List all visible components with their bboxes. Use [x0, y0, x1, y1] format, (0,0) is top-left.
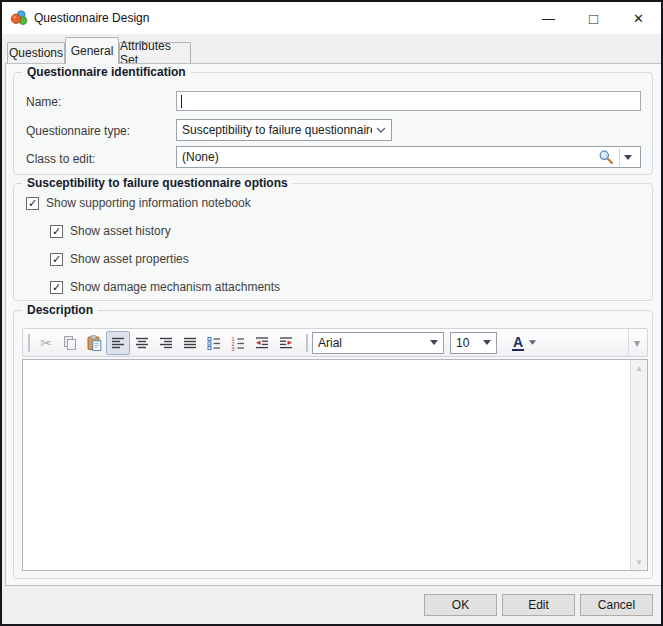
chevron-down-icon	[376, 127, 386, 133]
paste-button[interactable]	[82, 331, 106, 355]
paste-icon	[86, 335, 102, 351]
scissors-icon: ✂	[40, 335, 52, 351]
tab-attributes-set[interactable]: Attributes Set	[119, 42, 191, 63]
questionnaire-type-select[interactable]: Susceptibility to failure questionnaire	[176, 119, 392, 141]
scroll-up-icon[interactable]: ▲	[631, 360, 647, 376]
chevron-down-icon	[529, 340, 536, 345]
align-right-icon	[158, 335, 174, 351]
group-title: Susceptibility to failure questionnaire …	[22, 176, 293, 190]
tab-bar: Questions General Attributes Set	[2, 34, 661, 63]
close-button[interactable]: ✕	[616, 2, 661, 34]
checkbox-label: Show asset history	[70, 224, 171, 238]
class-to-edit-label: Class to edit:	[26, 152, 95, 166]
name-label: Name:	[26, 95, 61, 109]
align-center-icon	[134, 335, 150, 351]
align-center-button[interactable]	[130, 331, 154, 355]
chevron-down-icon	[430, 340, 438, 345]
svg-text:3: 3	[232, 345, 235, 351]
justify-icon	[182, 335, 198, 351]
questionnaire-type-label: Questionnaire type:	[26, 124, 130, 138]
title-bar: Questionnaire Design — □ ✕	[2, 2, 661, 34]
description-group: Description ✂	[13, 310, 653, 579]
decrease-indent-icon	[254, 335, 270, 351]
decrease-indent-button[interactable]	[250, 331, 274, 355]
chevron-down-icon	[483, 340, 491, 345]
font-color-icon: A	[512, 335, 524, 351]
group-title: Description	[22, 303, 98, 317]
window-controls: — □ ✕	[526, 2, 661, 34]
class-to-edit-picker[interactable]: (None)	[176, 146, 641, 168]
checkbox-show-damage-mechanism-attachments[interactable]: ✓ Show damage mechanism attachments	[50, 280, 280, 294]
name-input[interactable]	[176, 91, 641, 111]
susceptibility-options-group: Susceptibility to failure questionnaire …	[13, 183, 653, 301]
checkbox-show-supporting-info[interactable]: ✓ Show supporting information notebook	[26, 196, 251, 210]
font-family-value: Arial	[318, 336, 426, 350]
checkbox-label: Show damage mechanism attachments	[70, 280, 280, 294]
increase-indent-icon	[278, 335, 294, 351]
tab-questions[interactable]: Questions	[7, 42, 65, 63]
rich-text-toolbar: ✂	[22, 328, 648, 357]
checked-checkbox-icon[interactable]: ✓	[50, 253, 63, 266]
window-title: Questionnaire Design	[34, 11, 149, 25]
checked-checkbox-icon[interactable]: ✓	[50, 225, 63, 238]
class-dropdown-arrow[interactable]	[620, 155, 635, 160]
cancel-button[interactable]: Cancel	[580, 594, 653, 616]
copy-button[interactable]	[58, 331, 82, 355]
checkbox-show-asset-history[interactable]: ✓ Show asset history	[50, 224, 171, 238]
toolbar-overflow-button[interactable]: ▾	[628, 329, 645, 356]
numbered-list-icon: 1 2 3	[230, 335, 246, 351]
checkbox-label: Show asset properties	[70, 252, 189, 266]
justify-button[interactable]	[178, 331, 202, 355]
increase-indent-button[interactable]	[274, 331, 298, 355]
align-right-button[interactable]	[154, 331, 178, 355]
font-family-select[interactable]: Arial	[312, 332, 444, 354]
general-tab-page: Questionnaire identification Name: Quest…	[5, 63, 662, 586]
ok-button[interactable]: OK	[424, 594, 497, 616]
minimize-button[interactable]: —	[526, 2, 571, 34]
scroll-down-icon[interactable]: ▼	[631, 554, 647, 570]
font-size-select[interactable]: 10	[450, 332, 497, 354]
font-size-value: 10	[456, 336, 479, 350]
numbered-list-button[interactable]: 1 2 3	[226, 331, 250, 355]
class-to-edit-value: (None)	[182, 150, 598, 164]
text-caret	[181, 95, 182, 108]
toolbar-grip[interactable]	[306, 334, 308, 352]
checked-checkbox-icon[interactable]: ✓	[50, 281, 63, 294]
cut-button[interactable]: ✂	[34, 331, 58, 355]
footer-bar: OK Edit Cancel	[2, 586, 661, 624]
group-title: Questionnaire identification	[22, 65, 191, 79]
align-left-button[interactable]	[106, 331, 130, 355]
font-color-button[interactable]: A	[505, 331, 543, 355]
questionnaire-type-value: Susceptibility to failure questionnaire	[182, 123, 372, 137]
copy-icon	[62, 335, 78, 351]
edit-button[interactable]: Edit	[502, 594, 575, 616]
checkbox-show-asset-properties[interactable]: ✓ Show asset properties	[50, 252, 189, 266]
bullet-list-button[interactable]	[202, 331, 226, 355]
bullet-list-icon	[206, 335, 222, 351]
checked-checkbox-icon[interactable]: ✓	[26, 197, 39, 210]
questionnaire-identification-group: Questionnaire identification Name: Quest…	[13, 72, 653, 175]
search-icon[interactable]	[598, 149, 614, 165]
app-icon	[10, 9, 28, 27]
align-left-icon	[110, 335, 126, 351]
tab-general[interactable]: General	[65, 37, 119, 64]
editor-scrollbar[interactable]: ▲ ▼	[630, 360, 647, 570]
checkbox-label: Show supporting information notebook	[46, 196, 251, 210]
toolbar-grip[interactable]	[28, 334, 30, 352]
maximize-button[interactable]: □	[571, 2, 616, 34]
questionnaire-design-dialog: Questionnaire Design — □ ✕ Questions Gen…	[0, 0, 663, 626]
description-editor[interactable]: ▲ ▼	[22, 359, 648, 571]
